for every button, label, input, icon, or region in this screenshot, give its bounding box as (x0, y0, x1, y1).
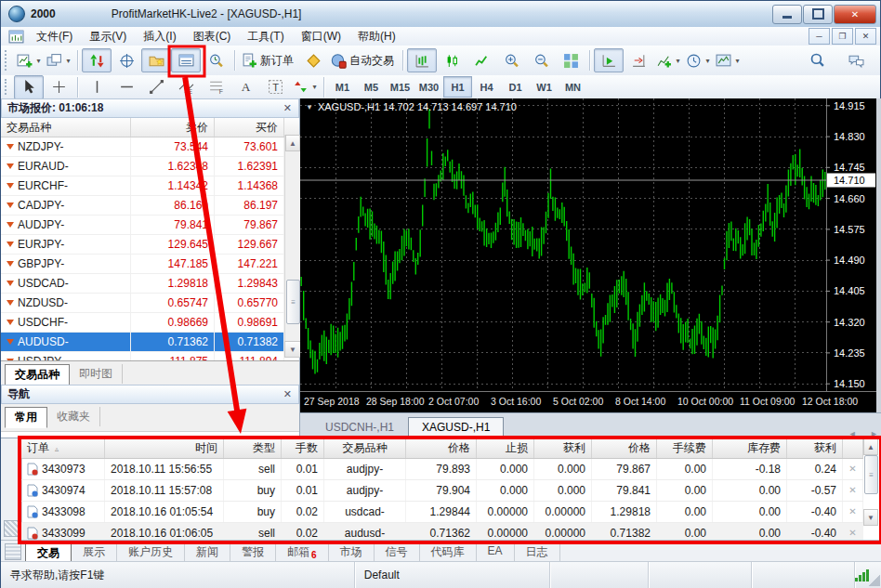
close-button[interactable]: ✕ (834, 5, 876, 24)
profiles-button[interactable]: ▾ (44, 48, 73, 72)
timeframe-m15[interactable]: M15 (386, 76, 414, 98)
child-minimize-button[interactable]: ─ (809, 28, 830, 45)
dropdown-arrow-icon[interactable]: ▾ (36, 57, 40, 65)
order-row[interactable]: 34309742018.10.11 15:57:08buy0.01audjpy-… (21, 480, 863, 502)
scroll-down-icon[interactable]: ▼ (284, 341, 301, 358)
col-ask[interactable]: 买价 (215, 118, 284, 137)
minimize-button[interactable] (772, 5, 802, 24)
dropdown-arrow-icon[interactable]: ▾ (735, 57, 739, 65)
zoom-out-button[interactable] (526, 48, 556, 72)
candlestick-button[interactable] (437, 48, 467, 72)
crosshair-button[interactable] (44, 75, 73, 99)
orders-col-4[interactable]: 交易品种 (324, 438, 406, 458)
dropdown-arrow-icon[interactable]: ▾ (676, 57, 679, 65)
col-bid[interactable]: 卖价 (131, 118, 215, 137)
scroll-up-icon[interactable]: ▲ (285, 135, 300, 151)
orders-col-9[interactable]: 手续费 (657, 438, 713, 458)
market-watch-close-icon[interactable]: ✕ (281, 102, 295, 114)
templates-button[interactable]: ▾ (713, 48, 743, 72)
market-watch-row[interactable]: EURAUD-1.623481.62391 (1, 157, 299, 176)
market-watch-header[interactable]: 市场报价: 01:06:18 ✕ (1, 98, 299, 118)
orders-col-8[interactable]: 价格 (592, 438, 657, 458)
market-watch-row[interactable]: USDCHF-0.986690.98691 (1, 313, 299, 333)
bar-chart-button[interactable] (407, 48, 437, 72)
terminal-scrollbar[interactable]: ▲ ≡ ▼ (863, 438, 878, 541)
chat-button[interactable] (841, 48, 871, 72)
menu-item-4[interactable]: 工具(T) (239, 27, 292, 46)
navigator-button[interactable] (141, 48, 171, 72)
orders-table-header[interactable]: 订单▵时间类型手数交易品种价格止损获利价格手续费库存费获利 (21, 438, 863, 459)
strategy-tester-button[interactable] (201, 48, 230, 72)
channel-button[interactable]: E (171, 75, 201, 99)
market-watch-scrollbar[interactable]: ▲ ≡ ▼ (284, 135, 300, 358)
data-window-button[interactable] (112, 48, 141, 72)
market-watch-row[interactable]: EURCHF-1.143421.14368 (1, 176, 299, 196)
chart-shift-button[interactable] (624, 48, 653, 72)
tile-windows-button[interactable] (556, 48, 585, 72)
menu-item-5[interactable]: 窗口(W) (293, 27, 349, 46)
timeframe-h4[interactable]: H4 (472, 76, 501, 98)
menu-item-2[interactable]: 插入(I) (135, 27, 184, 46)
timeframe-w1[interactable]: W1 (530, 76, 559, 98)
market-watch-row[interactable]: CADJPY-86.16086.197 (1, 196, 299, 216)
scroll-thumb[interactable]: ≡ (864, 455, 878, 494)
close-order-icon[interactable]: ✕ (843, 459, 863, 479)
line-chart-button[interactable] (467, 48, 496, 72)
scroll-down-icon[interactable]: ▼ (863, 509, 878, 526)
menu-item-3[interactable]: 图表(C) (185, 27, 240, 46)
dropdown-arrow-icon[interactable]: ▾ (66, 57, 70, 65)
text-button[interactable]: A (230, 75, 260, 99)
price-chart[interactable]: 14.91514.83014.74514.66014.57514.49014.4… (300, 98, 876, 391)
fibonacci-button[interactable]: F (201, 75, 230, 99)
horizontal-line-button[interactable] (112, 75, 141, 99)
collapse-icon[interactable]: ▼ (306, 103, 313, 111)
search-button[interactable] (802, 48, 832, 72)
order-row[interactable]: 34309732018.10.11 15:56:55sell0.01audjpy… (21, 459, 863, 480)
market-watch-row[interactable]: USDJPY-111.875111.894 (1, 352, 299, 360)
toolbar-grip2[interactable] (5, 79, 10, 96)
toolbar-grip[interactable] (5, 50, 10, 71)
orders-col-2[interactable]: 类型 (224, 438, 282, 458)
order-row[interactable]: 34330982018.10.16 01:05:54buy0.02usdcad-… (21, 502, 863, 523)
market-watch-tab-即时图[interactable]: 即时图 (70, 364, 123, 384)
orders-col-3[interactable]: 手数 (282, 438, 324, 458)
new-order-button[interactable]: 新订单 (239, 48, 298, 72)
timeframe-mn[interactable]: MN (559, 76, 587, 98)
auto-scroll-button[interactable] (594, 48, 624, 72)
col-symbol[interactable]: 交易品种 (1, 118, 131, 137)
dropdown-arrow-icon[interactable]: ▾ (705, 57, 709, 65)
trendline-button[interactable] (141, 75, 171, 99)
child-restore-button[interactable]: ❐ (832, 28, 853, 45)
market-watch-column-header[interactable]: 交易品种 卖价 买价 (1, 118, 299, 137)
close-order-icon[interactable]: ✕ (843, 480, 863, 501)
periods-button[interactable]: ▾ (683, 48, 713, 72)
orders-col-0[interactable]: 订单▵ (21, 438, 105, 458)
market-watch-row[interactable]: NZDUSD-0.657470.65770 (1, 294, 299, 313)
orders-col-6[interactable]: 止损 (477, 438, 534, 458)
market-watch-row[interactable]: GBPJPY-147.185147.221 (1, 255, 299, 274)
new-chart-button[interactable]: ▾ (14, 48, 44, 72)
scroll-up-icon[interactable]: ▲ (863, 438, 878, 455)
orders-col-1[interactable]: 时间 (105, 438, 224, 458)
resize-grip[interactable] (868, 574, 880, 586)
indicators-button[interactable]: ▾ (653, 48, 683, 72)
orders-col-7[interactable]: 获利 (534, 438, 592, 458)
terminal-button[interactable] (171, 48, 201, 72)
navigator-close-icon[interactable]: ✕ (281, 388, 295, 400)
navigator-header[interactable]: 导航 ✕ (1, 385, 299, 404)
cursor-button[interactable] (14, 75, 44, 99)
market-watch-row[interactable]: USDCAD-1.298181.29843 (1, 274, 299, 294)
terminal-grip[interactable] (1, 438, 22, 541)
market-watch-row[interactable]: AUDUSD-0.713620.71382 (1, 333, 299, 352)
chart-tab-USDCNH-H1[interactable]: USDCNH-,H1 (311, 417, 408, 438)
market-watch-tab-交易品种[interactable]: 交易品种 (5, 364, 70, 385)
navigator-tab-收藏夹[interactable]: 收藏夹 (47, 407, 100, 426)
timeframe-m5[interactable]: M5 (357, 76, 386, 98)
child-close-button[interactable]: ✕ (855, 28, 876, 45)
orders-col-10[interactable]: 库存费 (713, 438, 787, 458)
dropdown-arrow-icon[interactable]: ▾ (312, 83, 316, 91)
orders-col-11[interactable]: 获利 (787, 438, 843, 458)
zoom-in-button[interactable] (496, 48, 526, 72)
auto-trading-button[interactable]: 自动交易 (328, 48, 399, 72)
menu-item-6[interactable]: 帮助(H) (349, 27, 404, 46)
